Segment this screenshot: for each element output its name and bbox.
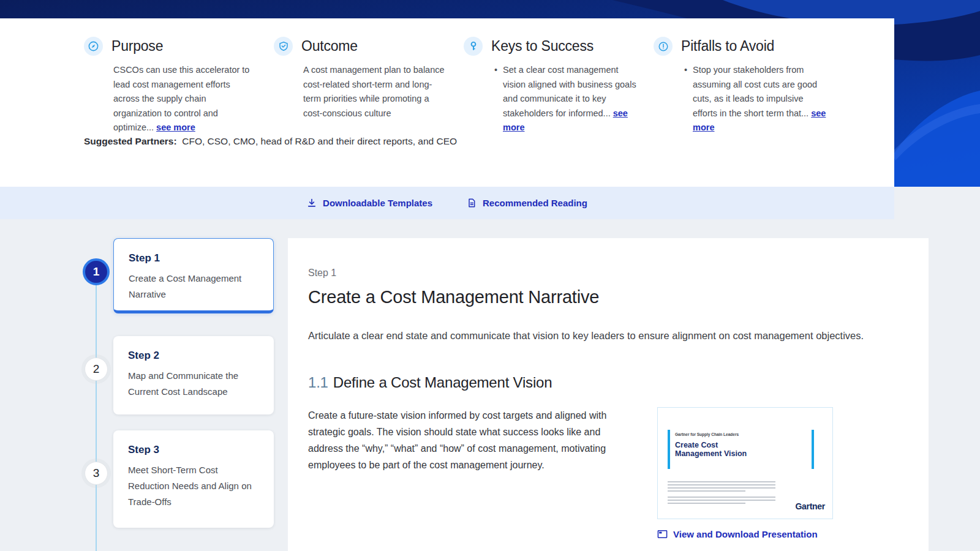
recommended-reading-label: Recommended Reading (483, 198, 587, 208)
links-bar: Downloadable Templates Recommended Readi… (0, 187, 894, 219)
hero-columns: Purpose CSCOs can use this accelerator t… (84, 37, 843, 135)
column-title: Purpose (111, 38, 163, 54)
document-icon (467, 198, 477, 208)
page-title: Create a Cost Management Narrative (308, 287, 910, 307)
step-label: Step 1 (129, 252, 258, 264)
see-more-link[interactable]: see more (156, 122, 195, 132)
outcome-column: Outcome A cost management plan to balanc… (274, 37, 464, 135)
step-badge-1[interactable]: 1 (83, 258, 110, 285)
downloadable-templates-label: Downloadable Templates (323, 198, 432, 208)
hero-card: Purpose CSCOs can use this accelerator t… (0, 18, 894, 187)
step-badge-number: 2 (93, 362, 100, 376)
column-title: Outcome (301, 38, 358, 54)
step-title: Meet Short-Term Cost Reduction Needs and… (128, 462, 259, 510)
slide-eyebrow: Gartner for Supply Chain Leaders (675, 432, 739, 437)
step-badge-3[interactable]: 3 (85, 462, 108, 485)
key-icon (464, 37, 483, 56)
step-label: Step 3 (128, 444, 259, 456)
download-icon (307, 198, 317, 208)
shield-check-icon (274, 37, 293, 56)
presentation-thumbnail[interactable]: Gartner for Supply Chain Leaders Create … (657, 407, 833, 519)
column-text-content: Stop your stakeholders from assuming all… (693, 65, 817, 118)
column-text-content: A cost management plan to balance cost-r… (303, 65, 445, 118)
step-card-1[interactable]: Step 1 Create a Cost Management Narrativ… (113, 238, 274, 313)
downloadable-templates-link[interactable]: Downloadable Templates (307, 198, 432, 208)
suggested-partners-text: CFO, CSO, CMO, head of R&D and their dir… (182, 136, 457, 146)
step-label: Step 2 (128, 350, 259, 362)
alert-octagon-icon (654, 37, 673, 56)
slide-title: Create Cost Management Vision (675, 441, 755, 458)
compass-icon (84, 37, 103, 56)
slide-accent-bar-left (668, 430, 670, 469)
main-panel: Step 1 Create a Cost Management Narrativ… (288, 238, 929, 551)
step-badge-2[interactable]: 2 (85, 358, 108, 381)
section-number: 1.1 (308, 374, 328, 391)
step-eyebrow: Step 1 (308, 268, 910, 279)
column-text: Stop your stakeholders from assuming all… (683, 63, 826, 135)
section-title: Define a Cost Management Vision (333, 374, 552, 391)
intro-text: Articulate a clear end state and communi… (308, 328, 910, 343)
step-badge-number: 3 (93, 467, 100, 480)
column-text: Set a clear cost management vision align… (493, 63, 636, 135)
recommended-reading-link[interactable]: Recommended Reading (467, 198, 587, 208)
pitfalls-column: Pitfalls to Avoid Stop your stakeholders… (654, 37, 843, 135)
slide-accent-bar-right (812, 430, 814, 469)
slide-fineprint (668, 481, 775, 506)
keys-to-success-column: Keys to Success Set a clear cost managem… (464, 37, 654, 135)
view-download-presentation-label: View and Download Presentation (673, 529, 818, 539)
step-title: Map and Communicate the Current Cost Lan… (128, 368, 259, 400)
step-connector-line (96, 272, 97, 551)
column-text: A cost management plan to balance cost-r… (303, 63, 447, 121)
column-text: CSCOs can use this accelerator to lead c… (113, 63, 257, 135)
column-title: Pitfalls to Avoid (681, 38, 774, 54)
step-card-3[interactable]: Step 3 Meet Short-Term Cost Reduction Ne… (113, 430, 274, 528)
section-body: Create a future-state vision informed by… (308, 407, 622, 539)
purpose-column: Purpose CSCOs can use this accelerator t… (84, 37, 274, 135)
gartner-wordmark: Gartner (796, 501, 825, 511)
view-download-presentation-link[interactable]: View and Download Presentation (657, 529, 833, 539)
section-heading: 1.1Define a Cost Management Vision (308, 374, 910, 391)
column-title: Keys to Success (491, 38, 594, 54)
presentation-icon (657, 530, 668, 539)
suggested-partners: Suggested Partners: CFO, CSO, CMO, head … (84, 136, 457, 147)
step-card-2[interactable]: Step 2 Map and Communicate the Current C… (113, 336, 274, 414)
media-column: Gartner for Supply Chain Leaders Create … (657, 407, 833, 539)
step-badge-number: 1 (93, 265, 100, 279)
suggested-partners-label: Suggested Partners: (84, 136, 177, 146)
step-title: Create a Cost Management Narrative (129, 271, 258, 302)
